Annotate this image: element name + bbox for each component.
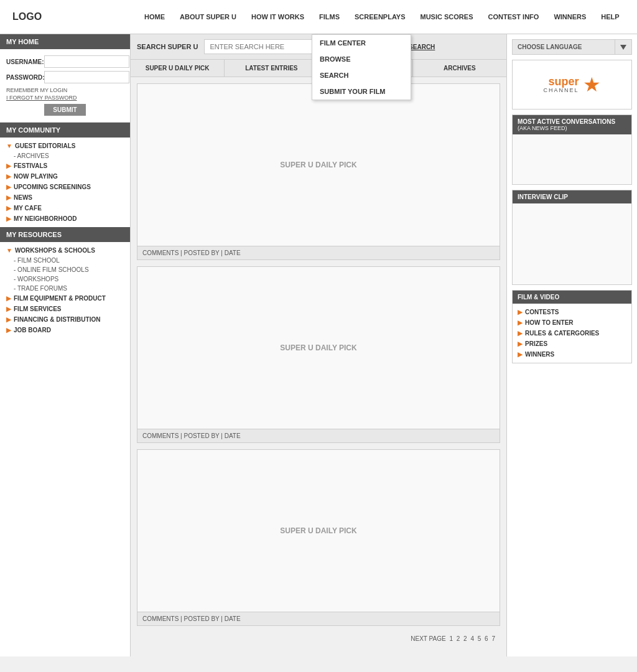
sidebar-item-festivals[interactable]: ▶ FESTIVALS (0, 161, 130, 171)
remember-row: REMEMBER MY LOGIN I FORGOT MY PASSWORD (6, 87, 124, 101)
arrow-icon: ▶ (6, 316, 11, 323)
sidebar-item-upcoming-screenings[interactable]: ▶ UPCOMING SCREENINGS (0, 182, 130, 192)
most-active-section: MOST ACTIVE CONVERSATIONS (AKA NEWS FEED… (512, 114, 632, 185)
nav-music-scores[interactable]: MUSIC SCORES (413, 0, 481, 34)
language-dropdown-button[interactable] (615, 40, 631, 54)
my-home-section: MY HOME USERNAME: PASSWORD: REMEMBER MY … (0, 34, 130, 123)
feed-meta: COMMENTS | POSTED BY | DATE (137, 429, 500, 442)
nav-about[interactable]: ABOUT SUPER U (172, 0, 244, 34)
fv-item-how-to-enter[interactable]: ▶ HOW TO ENTER (513, 317, 631, 328)
sidebar-item-now-playing[interactable]: ▶ NOW PLAYING (0, 171, 130, 182)
feed-meta: COMMENTS | POSTED BY | DATE (137, 246, 500, 259)
username-input[interactable] (44, 55, 129, 68)
film-video-header: FILM & VIDEO (513, 291, 631, 304)
page-6[interactable]: 6 (485, 635, 488, 642)
sidebar-item-my-neighborhood[interactable]: ▶ MY NEIGHBORHOOD (0, 213, 130, 224)
tab-latest-entries[interactable]: LATEST ENTRIES (225, 60, 318, 77)
interview-clip-header: INTERVIEW CLIP (513, 190, 631, 203)
forgot-label[interactable]: I FORGOT MY PASSWORD (6, 95, 124, 101)
fv-item-rules-categories[interactable]: ▶ RULES & CATERGORIES (513, 328, 631, 338)
sidebar-item-workshops-schools[interactable]: ▼ WORKSHOPS & SCHOOLS (0, 245, 130, 256)
feed-item: SUPER U DAILY PICK COMMENTS | POSTED BY … (137, 266, 500, 443)
nav-home[interactable]: HOME (137, 0, 172, 34)
nav-films[interactable]: FILMS FILM CENTER BROWSE SEARCH SUBMIT Y… (312, 0, 347, 34)
sidebar-item-financing[interactable]: ▶ FINANCING & DISTRIBUTION (0, 314, 130, 325)
dd-submit[interactable]: SUBMIT YOUR FILM (312, 83, 411, 100)
login-actions: REMEMBER MY LOGIN I FORGOT MY PASSWORD S… (6, 87, 124, 116)
tab-archives[interactable]: ARCHIVES (413, 60, 506, 77)
feed-content-area: SUPER U DAILY PICK (137, 84, 500, 246)
sidebar-item-my-cafe[interactable]: ▶ MY CAFE (0, 203, 130, 213)
sidebar-item-workshops[interactable]: WORKSHOPS (0, 274, 130, 284)
arrow-icon: ▶ (518, 309, 523, 315)
page-4[interactable]: 4 (470, 635, 474, 642)
my-community-header: MY COMMUNITY (0, 123, 130, 138)
right-sidebar: CHOOSE LANGUAGE super CHANNEL ★ (506, 34, 637, 656)
fv-item-contests[interactable]: ▶ CONTESTS (513, 307, 631, 317)
page-7[interactable]: 7 (491, 635, 495, 642)
interview-clip-body (513, 203, 631, 284)
main-nav: HOME ABOUT SUPER U HOW IT WORKS FILMS FI… (131, 0, 637, 34)
my-resources-header: MY RESOURCES (0, 227, 130, 242)
feed-item-label: SUPER U DAILY PICK (280, 161, 356, 169)
arrow-icon: ▶ (518, 330, 523, 337)
page-5[interactable]: 5 (478, 635, 481, 642)
page-1[interactable]: 1 (449, 635, 453, 642)
login-submit-button[interactable]: SUBMIT (44, 104, 85, 116)
arrow-icon: ▶ (518, 319, 523, 326)
sidebar-item-film-school[interactable]: FILM SCHOOL (0, 256, 130, 265)
arrow-icon: ▶ (6, 327, 11, 334)
password-input[interactable] (44, 71, 129, 83)
nav-contest-info[interactable]: CONTEST INFO (480, 0, 546, 34)
feed-meta: COMMENTS | POSTED BY | DATE (137, 612, 500, 625)
my-home-header: MY HOME (0, 34, 130, 49)
login-box: USERNAME: PASSWORD: REMEMBER MY LOGIN I … (0, 49, 130, 123)
page-3[interactable]: 2 (463, 635, 467, 642)
fv-item-winners[interactable]: ▶ WINNERS (513, 349, 631, 360)
svg-marker-0 (620, 45, 626, 50)
super-text: super CHANNEL (543, 76, 579, 93)
dd-browse[interactable]: BROWSE (312, 51, 411, 67)
page-2[interactable]: 2 (457, 635, 460, 642)
sidebar-item-guest-editorials[interactable]: ▼ GUEST EDITORIALS (0, 141, 130, 151)
feed-item: SUPER U DAILY PICK COMMENTS | POSTED BY … (137, 449, 500, 626)
nav-help[interactable]: HELP (593, 0, 626, 34)
sidebar-item-job-board[interactable]: ▶ JOB BOARD (0, 325, 130, 335)
sidebar-item-archives[interactable]: ARCHIVES (0, 151, 130, 161)
most-active-header: MOST ACTIVE CONVERSATIONS (AKA NEWS FEED… (513, 115, 631, 134)
header: LOGO HOME ABOUT SUPER U HOW IT WORKS FIL… (0, 0, 637, 34)
tab-daily-pick[interactable]: SUPER U DAILY PICK (131, 60, 225, 77)
feed-item-label: SUPER U DAILY PICK (280, 526, 356, 535)
dd-search[interactable]: SEARCH (312, 67, 411, 83)
feed-item: SUPER U DAILY PICK COMMENTS | POSTED BY … (137, 83, 500, 260)
left-sidebar: MY HOME USERNAME: PASSWORD: REMEMBER MY … (0, 34, 131, 656)
dd-film-center[interactable]: FILM CENTER (312, 35, 411, 51)
super-channel-brand: super CHANNEL ★ (543, 73, 600, 96)
film-video-body: ▶ CONTESTS ▶ HOW TO ENTER ▶ RULES & CATE… (513, 304, 631, 363)
films-dropdown-menu: FILM CENTER BROWSE SEARCH SUBMIT YOUR FI… (312, 34, 411, 100)
nav-how-it-works[interactable]: HOW IT WORKS (244, 0, 312, 34)
my-community-section: MY COMMUNITY ▼ GUEST EDITORIALS ARCHIVES… (0, 123, 130, 227)
logo: LOGO (0, 11, 131, 22)
password-row: PASSWORD: (6, 71, 124, 83)
arrow-icon: ▶ (6, 295, 11, 302)
sidebar-item-news[interactable]: ▶ NEWS (0, 192, 130, 203)
sidebar-item-trade-forums[interactable]: TRADE FORUMS (0, 284, 130, 293)
sidebar-item-online-film-schools[interactable]: ONLINE FILM SCHOOLS (0, 265, 130, 274)
feed-item-label: SUPER U DAILY PICK (280, 343, 356, 352)
expand-arrow-icon: ▼ (6, 142, 12, 149)
arrow-icon: ▶ (6, 162, 11, 169)
arrow-icon: ▶ (6, 205, 11, 212)
super-channel-logo: super CHANNEL ★ (512, 60, 632, 110)
language-label: CHOOSE LANGUAGE (513, 40, 615, 54)
main-content: SEARCH SUPER U ADVANCED SEARCH SUPER U D… (131, 34, 506, 656)
fv-item-prizes[interactable]: ▶ PRIZES (513, 338, 631, 349)
nav-winners[interactable]: WINNERS (546, 0, 593, 34)
nav-screenplays[interactable]: SCREENPLAYS (347, 0, 413, 34)
most-active-body (513, 134, 631, 184)
arrow-icon: ▶ (6, 184, 11, 190)
arrow-icon: ▶ (6, 194, 11, 201)
sidebar-item-film-equipment[interactable]: ▶ FILM EQUIPMENT & PRODUCT (0, 293, 130, 304)
interview-clip-section: INTERVIEW CLIP (512, 190, 632, 285)
sidebar-item-film-services[interactable]: ▶ FILM SERVICES (0, 304, 130, 314)
